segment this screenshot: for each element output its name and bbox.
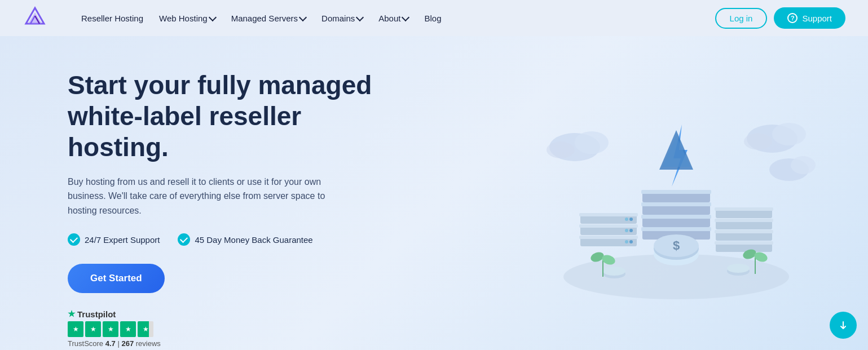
trustpilot-stars: ★ ★ ★ ★ ★ [68, 321, 406, 337]
hero-section: Start your fully managed white-label res… [0, 36, 868, 350]
nav-item-managed-servers[interactable]: Managed Servers [224, 9, 312, 28]
trustpilot-widget: ★ Trustpilot ★ ★ ★ ★ ★ TrustScore 4.7 | … [68, 309, 406, 348]
star-3: ★ [103, 321, 118, 337]
star-1: ★ [68, 321, 83, 337]
check-icon [68, 233, 80, 246]
svg-rect-27 [641, 202, 711, 206]
hero-badges: 24/7 Expert Support 45 Day Money Back Gu… [68, 233, 406, 246]
trustpilot-header: ★ Trustpilot [68, 309, 406, 319]
hero-title: Start your fully managed white-label res… [68, 70, 406, 163]
star-4: ★ [120, 321, 136, 337]
svg-point-21 [625, 229, 628, 232]
svg-point-47 [727, 264, 750, 273]
svg-point-45 [603, 267, 625, 276]
svg-point-6 [547, 141, 575, 158]
hero-subtitle: Buy hosting from us and resell it to cli… [68, 175, 350, 218]
svg-point-22 [629, 240, 633, 243]
svg-point-8 [772, 123, 806, 145]
svg-marker-1 [28, 12, 42, 24]
scroll-hint-button[interactable] [830, 312, 857, 339]
svg-rect-29 [641, 215, 711, 219]
check-icon [178, 233, 190, 246]
svg-rect-17 [579, 236, 638, 239]
svg-point-18 [629, 218, 633, 221]
nav-item-domains[interactable]: Domains [315, 9, 369, 28]
nav-actions: Log in ? Support [715, 7, 845, 29]
svg-rect-37 [715, 230, 773, 233]
support-button[interactable]: ? Support [774, 7, 845, 29]
star-5-half: ★ [138, 321, 153, 337]
chevron-down-icon [299, 13, 307, 21]
svg-point-5 [575, 131, 609, 154]
trustpilot-logo: ★ Trustpilot [68, 309, 116, 319]
get-started-button[interactable]: Get Started [68, 264, 165, 293]
login-button[interactable]: Log in [715, 8, 768, 29]
chevron-down-icon [402, 13, 409, 21]
svg-point-9 [744, 133, 772, 150]
nav-links: Reseller Hosting Web Hosting Managed Ser… [74, 9, 697, 28]
svg-rect-33 [715, 207, 773, 211]
nav-item-about[interactable]: About [372, 9, 415, 28]
svg-point-57 [791, 156, 816, 174]
svg-rect-35 [715, 219, 773, 222]
svg-point-23 [625, 240, 628, 243]
chevron-down-icon [209, 13, 217, 21]
navbar: Reseller Hosting Web Hosting Managed Ser… [0, 0, 868, 36]
svg-rect-31 [641, 227, 711, 231]
badge-support: 24/7 Expert Support [68, 233, 160, 246]
hero-content: Start your fully managed white-label res… [68, 70, 406, 348]
logo[interactable] [23, 6, 47, 30]
star-2: ★ [85, 321, 101, 337]
badge-guarantee: 45 Day Money Back Guarantee [178, 233, 312, 246]
svg-rect-39 [715, 241, 773, 245]
hero-illustration: $ [530, 102, 823, 316]
svg-rect-13 [579, 213, 638, 216]
nav-item-blog[interactable]: Blog [417, 9, 448, 28]
nav-item-reseller-hosting[interactable]: Reseller Hosting [74, 9, 150, 28]
support-icon: ? [787, 13, 797, 23]
trustpilot-score: TrustScore 4.7 | 267 reviews [68, 339, 406, 348]
svg-rect-25 [641, 190, 711, 194]
svg-point-19 [625, 218, 628, 221]
svg-point-20 [629, 229, 633, 232]
svg-rect-15 [579, 224, 638, 228]
svg-text:$: $ [673, 238, 680, 252]
chevron-down-icon [356, 13, 364, 21]
nav-item-web-hosting[interactable]: Web Hosting [152, 9, 222, 28]
